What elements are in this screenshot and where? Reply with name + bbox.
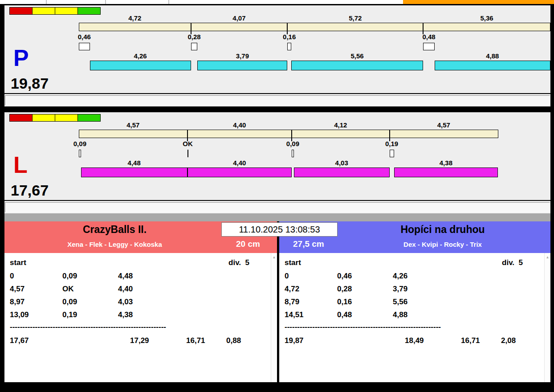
table-row: 13,090,194,38 [4,310,271,322]
team-members: Dex - Kvipi - Rocky - Trix [335,241,550,248]
start-label: start [285,258,301,267]
dog-run-label: 4,03 [294,159,390,167]
change-loss-label: 0,09 [275,140,310,147]
dog-run-bar [187,167,292,177]
sum-of-run-times: 17,29 [130,336,149,345]
change-loss-box [79,150,81,157]
run-time: 5,56 [393,298,407,306]
run-time: 4,38 [118,310,133,319]
change-loss-box [292,150,294,157]
table-header-row: startdiv. 5 [4,258,271,270]
cumulative-time: 4,72 [285,285,299,294]
dog-run-bar [81,167,187,177]
cumulative-time: 0 [285,272,289,281]
run-time: 4,48 [118,272,133,281]
lane-total-time-left: 17,67 [11,182,49,199]
totals-row: 19,8718,4916,712,08 [279,336,544,348]
timing-track-right: 4,720,464,264,070,283,795,720,165,565,36… [4,5,550,106]
split-time-label: 4,72 [79,14,191,22]
team-panel-right: Hopíci na druhou Dex - Kvipi - Rocky - T… [279,221,550,382]
lane-status-strip-left [5,202,550,212]
start-label: start [10,258,26,267]
time-difference: 2,08 [501,336,516,345]
section-divider-strip [4,213,550,221]
team-results-table-left: startdiv. 500,094,484,57OK4,408,970,094,… [4,253,277,382]
scroll-up-icon[interactable]: ▲ [271,253,277,259]
race-timestamp: 11.10.2025 13:08:53 [221,222,338,237]
split-time-label: 4,40 [187,121,292,129]
change-loss-label: 0,09 [62,140,98,147]
team-members: Xena - Flek - Leggy - Kokoska [4,241,225,248]
best-time: 16,71 [186,336,205,345]
cumulative-time: 8,97 [10,298,24,306]
table-row: 8,970,094,03 [4,298,271,309]
split-time-label: 5,36 [423,14,550,22]
change-loss-label: 0,48 [411,33,447,41]
lane-divider-left [4,200,550,201]
lane-letter-right: P [13,46,29,69]
sum-of-run-times: 18,49 [405,336,424,345]
change-loss: 0,46 [337,272,352,281]
split-time-label: 4,57 [390,121,498,129]
change-loss-label: OK [170,140,206,147]
bottom-black-band [0,384,554,392]
dog-run-label: 4,40 [187,159,292,167]
split-time-label: 5,72 [287,14,423,22]
scroll-up-icon[interactable]: ▲ [545,253,550,259]
lane-panel-right: 4,720,464,264,070,283,795,720,165,565,36… [4,5,550,106]
change-loss: 0,48 [337,310,352,319]
jump-height-label: 20 cm [236,239,260,249]
cumulative-time: 13,09 [10,310,29,319]
change-loss-label: 0,46 [66,33,102,41]
table-body: startdiv. 500,094,484,57OK4,408,970,094,… [4,253,271,382]
split-time-label: 4,57 [79,121,187,129]
change-loss-box [79,43,90,50]
table-scrollbar[interactable]: ▲ [544,253,550,382]
change-loss-box [423,43,435,50]
change-loss: 0,19 [62,310,77,319]
change-loss-label: 0,16 [272,33,307,41]
run-time: 4,26 [393,272,407,281]
background-tab-divider [46,0,47,4]
race-display-window: 4,720,464,264,070,283,795,720,165,565,36… [0,0,554,392]
dog-run-label: 4,88 [435,52,550,60]
run-time: 4,40 [118,285,133,294]
division-label: div. 5 [228,258,249,267]
change-loss: OK [62,285,74,294]
table-row: 14,510,484,88 [279,310,544,322]
dog-run-bar [291,61,423,70]
cumulative-time: 14,51 [285,310,304,319]
team-name: CrazyBalls II. [4,224,225,236]
dog-run-label: 4,48 [81,159,187,167]
dog-run-bar [394,167,498,177]
dog-run-label: 5,56 [291,52,423,60]
time-difference: 0,88 [226,336,241,345]
change-loss: 0,09 [62,298,77,306]
change-loss: 0,09 [62,272,77,281]
dog-run-bar [90,61,191,70]
change-loss-label: 0,19 [374,140,410,147]
lane-status-strip-right [5,95,550,106]
table-row: 4,720,283,79 [279,285,544,296]
dog-run-bar [197,61,287,70]
dog-run-bar [294,167,390,177]
run-time: 4,03 [118,298,133,306]
split-time-bar [79,23,550,31]
background-window-strip [0,0,554,4]
change-loss-label: 0,28 [176,33,212,41]
team-panel-left: CrazyBalls II. Xena - Flek - Leggy - Kok… [4,221,277,382]
table-row: 00,094,48 [4,272,271,283]
timing-track-left: 4,570,094,484,40OK4,404,120,094,034,570,… [4,112,550,213]
lane-total-time-right: 19,87 [11,75,49,92]
lane-letter-left: L [13,153,28,176]
jump-height-label: 27,5 cm [293,239,324,249]
change-loss-box [191,43,198,50]
table-header-row: startdiv. 5 [279,258,544,270]
change-loss: 0,16 [337,298,352,306]
dog-run-bar [435,61,550,70]
change-loss: 0,28 [337,285,352,294]
teams-section: CrazyBalls II. Xena - Flek - Leggy - Kok… [4,221,550,384]
split-time-bar [79,130,498,138]
run-time: 3,79 [393,285,407,294]
table-scrollbar[interactable]: ▲ [271,253,277,382]
